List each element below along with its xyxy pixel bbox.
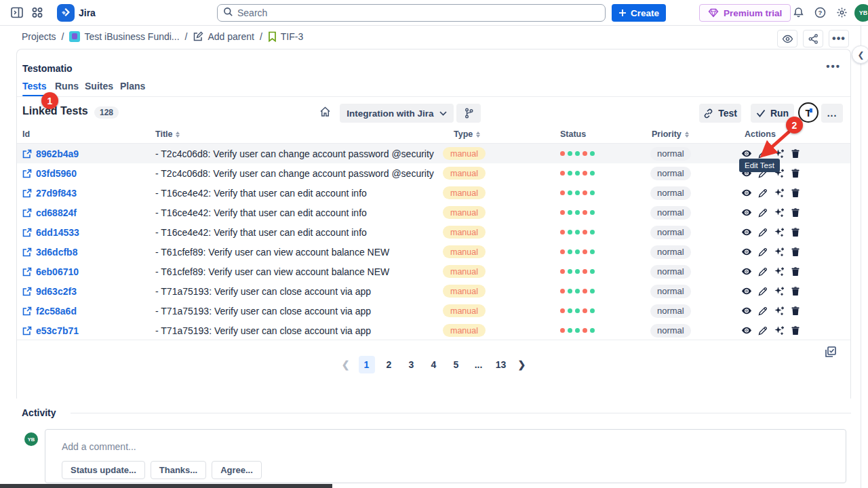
more-actions-button[interactable]: ••• (829, 30, 849, 47)
test-id-link[interactable]: 8962b4a9 (22, 144, 79, 163)
ai-button[interactable] (774, 286, 785, 296)
view-button[interactable] (741, 326, 752, 335)
comment-box[interactable]: Add a comment... Status update... Thanks… (45, 429, 846, 483)
quick-reply-status-update[interactable]: Status update... (62, 461, 145, 479)
breadcrumb-project[interactable]: Test iBusiness Fundi... (69, 31, 179, 42)
test-id-link[interactable]: 6dd14533 (22, 222, 79, 242)
delete-button[interactable] (791, 168, 800, 178)
view-button[interactable] (741, 306, 752, 315)
pagination-prev[interactable]: ❮ (339, 359, 353, 370)
tab-suites[interactable]: Suites (85, 81, 113, 92)
test-id-link[interactable]: 27d9f843 (22, 183, 77, 203)
edit-button[interactable] (758, 267, 768, 277)
delete-button[interactable] (791, 207, 800, 218)
breadcrumb-projects[interactable]: Projects (22, 31, 56, 42)
comment-input[interactable]: Add a comment... (62, 441, 136, 452)
view-button[interactable] (741, 208, 752, 217)
issue-key-link[interactable]: TIF-3 (268, 31, 303, 42)
delete-button[interactable] (791, 286, 800, 296)
delete-button[interactable] (791, 247, 800, 257)
premium-trial-button[interactable]: Premium trial (699, 4, 791, 22)
table-row[interactable]: 6dd14533- T16ce4e42: Verify that user ca… (17, 222, 850, 242)
test-id-link[interactable]: 9d63c2f3 (22, 281, 77, 301)
table-row[interactable]: 27d9f843- T16ce4e42: Verify that user ca… (17, 183, 850, 203)
table-row[interactable]: cd68824f- T16ce4e42: Verify that user ca… (17, 203, 850, 222)
quick-reply-thanks[interactable]: Thanks... (151, 461, 206, 479)
panel-more-button[interactable]: ••• (826, 60, 841, 72)
table-row[interactable]: e53c7b71- T71a75193: Verify user can clo… (17, 321, 850, 340)
edit-button[interactable] (758, 326, 768, 336)
view-button[interactable] (741, 228, 752, 237)
test-priority: normal (650, 281, 691, 301)
view-button[interactable] (741, 188, 752, 197)
delete-button[interactable] (791, 188, 800, 198)
delete-button[interactable] (791, 325, 800, 336)
delete-button[interactable] (791, 148, 800, 159)
test-id-link[interactable]: cd68824f (22, 203, 77, 222)
tab-plans[interactable]: Plans (120, 81, 145, 92)
tab-runs[interactable]: Runs (55, 81, 79, 92)
delete-button[interactable] (791, 266, 800, 277)
pagination-page-1[interactable]: 1 (359, 356, 375, 373)
ai-button[interactable] (774, 247, 785, 257)
test-id-link[interactable]: 3d6dcfb8 (22, 242, 77, 262)
notifications-bell-icon[interactable] (793, 7, 804, 18)
ai-button[interactable] (774, 266, 785, 277)
pagination-page-13[interactable]: 13 (493, 356, 509, 373)
edit-button[interactable] (758, 287, 768, 296)
create-button[interactable]: Create (612, 4, 666, 22)
ai-button[interactable] (774, 325, 785, 336)
ai-button[interactable] (774, 306, 785, 316)
home-icon[interactable] (319, 106, 331, 120)
view-button[interactable] (741, 247, 752, 256)
delete-button[interactable] (791, 227, 800, 237)
pagination-page-5[interactable]: 5 (448, 356, 465, 373)
test-id-link[interactable]: 03fd5960 (22, 163, 77, 183)
test-id-link[interactable]: f2c58a6d (22, 301, 77, 321)
table-row[interactable]: 9d63c2f3- T71a75193: Verify user can clo… (17, 281, 850, 301)
git-branch-button[interactable] (456, 104, 481, 123)
branch-filter-dropdown[interactable]: Integration with Jira (340, 104, 454, 123)
pagination-page-2[interactable]: 2 (381, 356, 397, 373)
table-row[interactable]: 8962b4a9- T2c4c06d8: Verify user can cha… (17, 144, 850, 163)
search-input[interactable] (237, 7, 563, 18)
ai-button[interactable] (774, 148, 785, 159)
ai-button[interactable] (774, 188, 785, 198)
sidebar-toggle-icon[interactable] (11, 7, 23, 18)
edit-button[interactable] (758, 228, 768, 237)
table-row[interactable]: 03fd5960- T2c4c06d8: Verify user can cha… (17, 163, 850, 183)
table-row[interactable]: 6eb06710- T61cfef89: Verify user can vie… (17, 262, 850, 281)
delete-button[interactable] (791, 306, 800, 316)
ai-button[interactable] (774, 227, 785, 237)
link-test-button[interactable]: Test (699, 104, 741, 123)
settings-gear-icon[interactable] (836, 7, 848, 18)
table-row[interactable]: 3d6dcfb8- T61cfef89: Verify user can vie… (17, 242, 850, 262)
tab-tests[interactable]: Tests (22, 81, 47, 92)
pagination-next[interactable]: ❯ (515, 359, 529, 370)
table-row[interactable]: f2c58a6d- T71a75193: Verify user can clo… (17, 301, 850, 321)
global-search[interactable] (217, 4, 606, 22)
edit-button[interactable] (758, 247, 768, 257)
view-button[interactable] (741, 267, 752, 276)
quick-reply-agree[interactable]: Agree... (212, 461, 262, 479)
ai-button[interactable] (774, 207, 785, 218)
edit-button[interactable] (758, 149, 768, 159)
pagination-page-3[interactable]: 3 (403, 356, 420, 373)
test-id-link[interactable]: e53c7b71 (22, 321, 79, 340)
edit-button[interactable] (758, 188, 768, 198)
edit-button[interactable] (758, 208, 768, 218)
view-button[interactable] (741, 287, 752, 296)
app-switcher-icon[interactable] (31, 7, 43, 18)
panel-more-menu-button[interactable]: ... (821, 104, 843, 123)
user-avatar[interactable]: YB (854, 4, 868, 22)
help-icon[interactable]: ? (814, 7, 826, 18)
test-id-link[interactable]: 6eb06710 (22, 262, 79, 281)
share-button[interactable] (803, 30, 823, 47)
collapse-rail-button[interactable]: ❮ (852, 45, 868, 64)
jira-logo-icon[interactable] (57, 4, 75, 22)
pagination-page-4[interactable]: 4 (426, 356, 442, 373)
view-button[interactable] (741, 149, 752, 158)
edit-button[interactable] (758, 306, 768, 316)
add-parent-button[interactable]: Add parent (193, 31, 254, 42)
watch-eye-button[interactable] (777, 30, 797, 47)
